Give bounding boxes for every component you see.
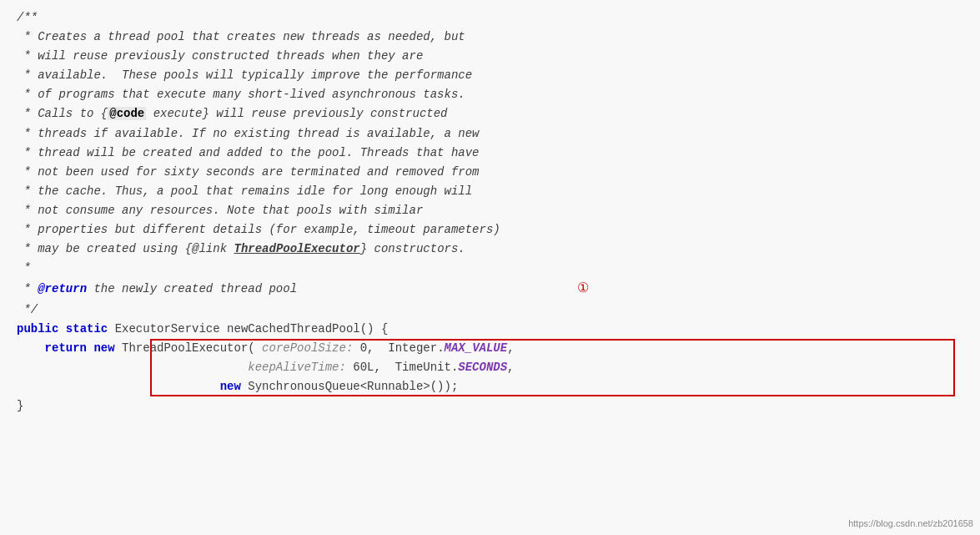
code-container: /** * Creates a thread pool that creates… (0, 0, 980, 535)
code-line-4: * available. These pools will typically … (17, 66, 963, 85)
code-line-13: * may be created using {@link ThreadPool… (17, 240, 963, 259)
code-line-10: * the cache. Thus, a pool that remains i… (17, 182, 963, 201)
code-line-9: * not been used for sixty seconds are te… (17, 163, 963, 182)
code-line-20: new SynchronousQueue<Runnable>()); (17, 377, 963, 396)
code-line-7: * threads if available. If no existing t… (17, 124, 963, 144)
code-line-21: } (17, 396, 963, 416)
watermark: https://blog.csdn.net/zb201658 (848, 518, 973, 528)
code-line-18: return new ThreadPoolExecutor( corePoolS… (17, 339, 963, 358)
code-line-16: */ (17, 300, 963, 320)
code-line-1: /** (17, 8, 963, 28)
code-line-5: * of programs that execute many short-li… (17, 85, 963, 104)
code-line-8: * thread will be created and added to th… (17, 144, 963, 163)
code-line-3: * will reuse previously constructed thre… (17, 47, 963, 66)
code-line-14: * (17, 259, 963, 278)
code-line-11: * not consume any resources. Note that p… (17, 201, 963, 220)
code-line-17: public static ExecutorService newCachedT… (17, 320, 963, 339)
code-line-15: * @return the newly created thread pool … (17, 278, 963, 300)
code-line-12: * properties but different details (for … (17, 220, 963, 240)
circle-annotation: ① (577, 281, 589, 296)
code-line-6: * Calls to {@code execute} will reuse pr… (17, 104, 963, 124)
highlighted-region: return new ThreadPoolExecutor( corePoolS… (17, 339, 963, 396)
code-line-19: keepAliveTime: 60L, TimeUnit.SECONDS, (17, 358, 963, 377)
code-line-2: * Creates a thread pool that creates new… (17, 28, 963, 47)
